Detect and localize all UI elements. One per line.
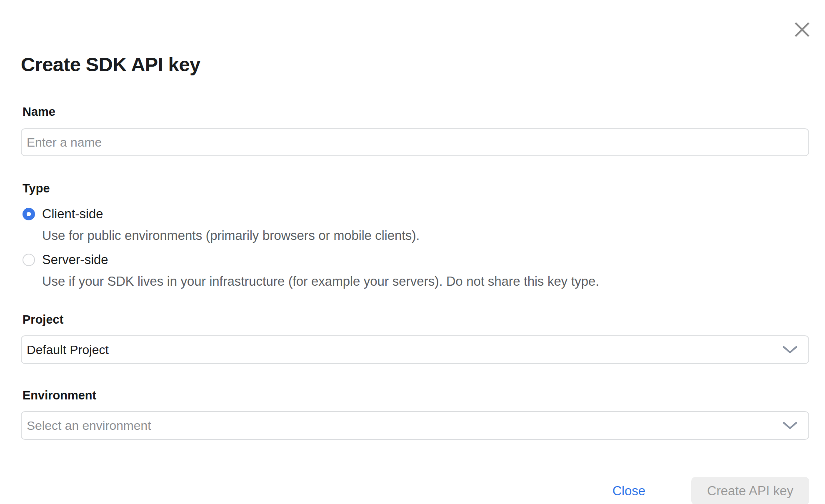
radio-option-description: Use for public environments (primarily b…: [42, 229, 809, 242]
x-icon: [793, 21, 811, 38]
project-field-label: Project: [22, 314, 809, 326]
chevron-down-icon: [782, 421, 798, 430]
project-select-value: Default Project: [27, 343, 109, 357]
environment-select-placeholder: Select an environment: [27, 419, 151, 433]
modal-footer: Close Create API key: [21, 477, 809, 504]
type-field-label: Type: [22, 182, 809, 195]
chevron-down-icon: [782, 345, 798, 354]
radio-option-label: Client-side: [42, 207, 103, 220]
name-input[interactable]: [21, 128, 809, 156]
name-field-label: Name: [22, 106, 809, 118]
project-select[interactable]: Default Project: [21, 335, 809, 364]
close-button[interactable]: Close: [612, 484, 645, 499]
radio-button-icon[interactable]: [22, 208, 35, 220]
radio-option-label: Server-side: [42, 253, 108, 266]
radio-option-description: Use if your SDK lives in your infrastruc…: [42, 275, 809, 288]
radio-button-icon[interactable]: [22, 254, 35, 266]
environment-field-label: Environment: [22, 389, 809, 402]
create-sdk-api-key-modal: Create SDK API key Name Type Client-side…: [0, 0, 825, 504]
create-api-key-button[interactable]: Create API key: [691, 477, 809, 504]
modal-title: Create SDK API key: [21, 0, 809, 75]
environment-select[interactable]: Select an environment: [21, 411, 809, 440]
radio-option-server-side[interactable]: Server-side: [21, 253, 809, 266]
close-icon-button[interactable]: [792, 20, 812, 39]
radio-option-client-side[interactable]: Client-side: [21, 207, 809, 220]
